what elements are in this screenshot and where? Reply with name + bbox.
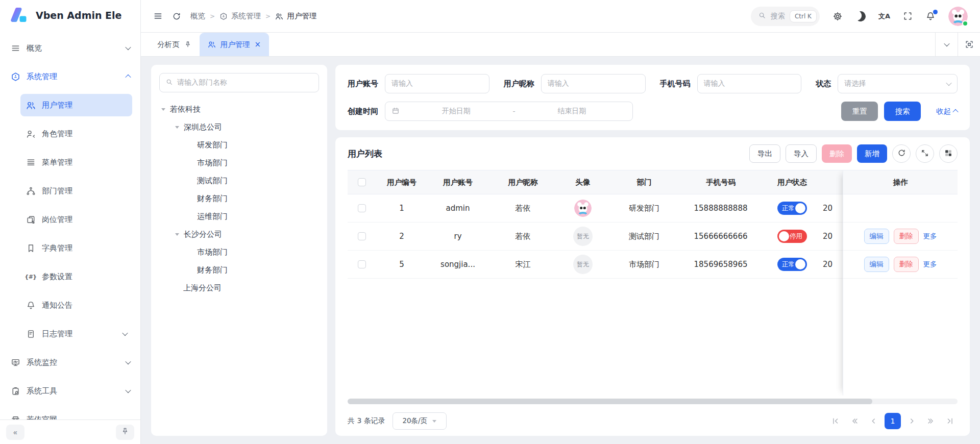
tree-expand-arrow-icon[interactable] [161, 108, 165, 111]
close-icon[interactable]: × [255, 41, 261, 48]
tab-0[interactable]: 分析页 [149, 33, 200, 56]
export-button[interactable]: 导出 [749, 144, 780, 163]
sidebar-item-9[interactable]: 通知公告 [20, 294, 132, 316]
select-all-checkbox[interactable] [358, 178, 366, 186]
tree-node-1[interactable]: 深圳总公司 [159, 118, 319, 136]
row-checkbox[interactable] [358, 260, 366, 268]
prev-page-icon[interactable] [866, 413, 881, 429]
breadcrumb-item-0[interactable]: 概览 [190, 11, 205, 21]
sidebar-item-11[interactable]: 系统监控 [5, 351, 135, 374]
refresh-icon[interactable] [172, 12, 181, 21]
tabs-dropdown-button[interactable] [935, 33, 958, 56]
sidebar-item-label: 部门管理 [42, 186, 72, 196]
status-select[interactable]: 请选择 [838, 74, 958, 93]
sidebar-item-13[interactable]: 若依官网 [5, 408, 135, 420]
logo-row[interactable]: Vben Admin Ele [0, 0, 140, 31]
horizontal-scrollbar-thumb[interactable] [348, 399, 872, 404]
table-fullscreen-button[interactable] [916, 144, 934, 163]
sidebar-item-10[interactable]: 日志管理 [20, 323, 132, 345]
breadcrumb-item-1[interactable]: 系统管理 [219, 11, 261, 21]
table-columns-button[interactable] [939, 144, 958, 163]
tab-1[interactable]: 用户管理× [200, 33, 270, 56]
more-link[interactable]: 更多 [923, 232, 937, 241]
post-icon [26, 214, 36, 225]
filter-input-0[interactable]: 请输入 [385, 74, 489, 93]
language-icon[interactable]: 文A [878, 12, 890, 21]
sidebar-collapse-button[interactable]: « [6, 425, 24, 440]
sidebar-item-12[interactable]: 系统工具 [5, 380, 135, 402]
tree-node-2[interactable]: 研发部门 [159, 136, 319, 154]
breadcrumb-item-2[interactable]: 用户管理 [275, 11, 316, 21]
global-search[interactable]: 搜索 Ctrl K [751, 7, 820, 26]
list-title: 用户列表 [348, 148, 382, 160]
placeholder-text: 请输入 [391, 79, 413, 88]
last-page-icon[interactable] [942, 413, 958, 429]
sidebar-footer: « [0, 420, 140, 444]
tree-node-9[interactable]: 财务部门 [159, 261, 319, 279]
status-toggle[interactable]: 停用 [777, 230, 807, 243]
import-button[interactable]: 导入 [786, 144, 817, 163]
current-page-button[interactable]: 1 [885, 413, 901, 429]
pin-icon[interactable] [184, 41, 191, 48]
tree-expand-arrow-icon[interactable] [175, 233, 179, 236]
table-refresh-button[interactable] [892, 144, 911, 163]
tree-node-7[interactable]: 长沙分公司 [159, 226, 319, 243]
row-checkbox[interactable] [358, 204, 366, 212]
date-end-placeholder[interactable]: 结束日期 [518, 107, 626, 116]
tree-node-8[interactable]: 市场部门 [159, 243, 319, 261]
tree-node-10[interactable]: 上海分公司 [159, 279, 319, 297]
filter-input-1[interactable]: 请输入 [541, 74, 646, 93]
search-button[interactable]: 搜索 [884, 102, 921, 121]
reset-button[interactable]: 重置 [841, 102, 878, 121]
status-toggle[interactable]: 正常 [777, 258, 807, 271]
more-link[interactable]: 更多 [923, 260, 937, 269]
collapse-filter-link[interactable]: 收起 [936, 107, 958, 116]
notifications-bell-icon[interactable] [925, 11, 936, 21]
sidebar-item-7[interactable]: 字典管理 [20, 237, 132, 259]
edit-button[interactable]: 编辑 [864, 257, 889, 272]
settings-gear-icon[interactable] [832, 11, 843, 21]
department-search-input[interactable]: 请输入部门名称 [159, 73, 319, 92]
sidebar-item-5[interactable]: 部门管理 [20, 180, 132, 202]
row-delete-button[interactable]: 删除 [894, 229, 919, 244]
sidebar-item-6[interactable]: 岗位管理 [20, 208, 132, 231]
next-page-icon[interactable] [904, 413, 920, 429]
double-prev-icon[interactable] [847, 413, 862, 429]
horizontal-scrollbar[interactable] [348, 399, 958, 404]
sidebar-item-2[interactable]: 用户管理 [20, 94, 132, 116]
add-button[interactable]: 新增 [857, 144, 887, 163]
sidebar-item-8[interactable]: {#}参数设置 [20, 265, 132, 288]
date-range-input[interactable]: 开始日期 - 结束日期 [385, 102, 633, 121]
double-next-icon[interactable] [923, 413, 939, 429]
sidebar-pin-button[interactable] [116, 425, 134, 440]
status-toggle[interactable]: 正常 [777, 202, 807, 215]
column-header-account: 用户账号 [427, 178, 488, 187]
sidebar-item-1[interactable]: 系统管理 [5, 65, 135, 88]
tree-node-4[interactable]: 测试部门 [159, 172, 319, 190]
first-page-icon[interactable] [828, 413, 843, 429]
sidebar-item-3[interactable]: 角色管理 [20, 122, 132, 145]
sidebar-item-0[interactable]: 概览 [5, 37, 135, 59]
date-start-placeholder[interactable]: 开始日期 [402, 107, 510, 116]
menu-toggle-icon[interactable] [153, 11, 163, 21]
tree-node-3[interactable]: 市场部门 [159, 154, 319, 172]
filter-input-2[interactable]: 请输入 [697, 74, 802, 93]
user-avatar[interactable] [948, 7, 968, 26]
fullscreen-icon[interactable] [903, 11, 913, 21]
row-delete-button[interactable]: 删除 [894, 257, 919, 272]
tree-node-0[interactable]: 若依科技 [159, 101, 319, 118]
tree-node-6[interactable]: 运维部门 [159, 208, 319, 226]
cell-status: 停用 [762, 230, 823, 243]
pagination-bar: 共 3 条记录 20条/页 1 [348, 406, 958, 436]
column-header-phone: 手机号码 [680, 178, 762, 187]
dark-mode-moon-icon[interactable] [855, 11, 866, 21]
row-checkbox[interactable] [358, 232, 366, 240]
sidebar-item-4[interactable]: 菜单管理 [20, 151, 132, 174]
page-size-select[interactable]: 20条/页 [393, 412, 447, 430]
filter-label: 创建时间 [348, 107, 378, 116]
delete-button[interactable]: 删除 [822, 144, 852, 163]
edit-button[interactable]: 编辑 [864, 229, 889, 244]
tree-expand-arrow-icon[interactable] [175, 126, 179, 129]
content-maximize-button[interactable] [958, 33, 980, 56]
tree-node-5[interactable]: 财务部门 [159, 190, 319, 208]
